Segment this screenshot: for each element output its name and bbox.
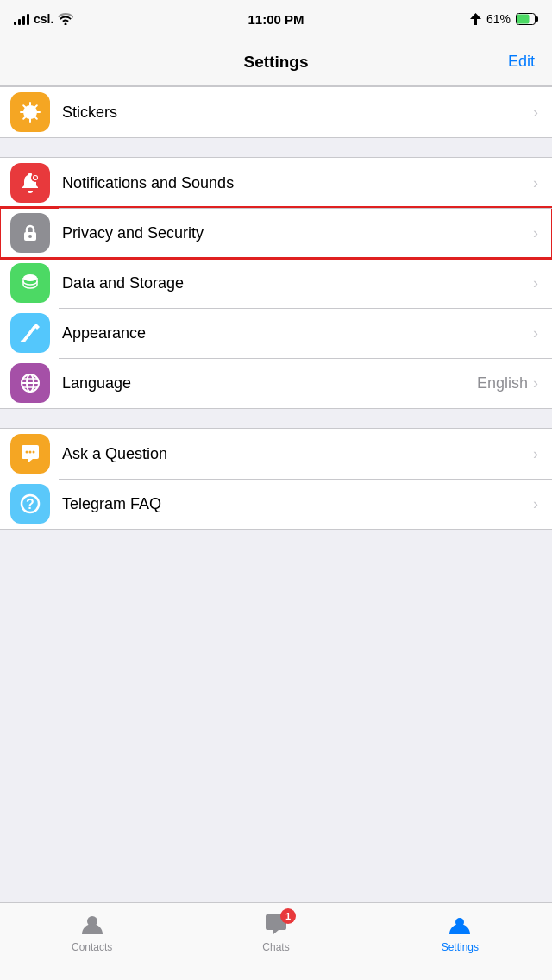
gap-1 <box>0 138 552 157</box>
contacts-tab-icon <box>79 912 105 938</box>
chats-tab-icon: 1 <box>263 912 289 938</box>
appearance-icon <box>10 313 50 353</box>
tab-contacts[interactable]: Contacts <box>0 912 184 953</box>
status-time: 11:00 PM <box>248 12 304 27</box>
section-stickers: Stickers › <box>0 86 552 138</box>
battery-icon <box>516 13 538 25</box>
language-label: Language <box>62 374 477 393</box>
status-left: csl. <box>14 12 73 26</box>
chats-badge: 1 <box>280 908 296 924</box>
wifi-icon <box>58 13 73 25</box>
svg-text:?: ? <box>26 497 34 512</box>
svg-rect-2 <box>518 15 530 24</box>
svg-point-8 <box>28 235 32 238</box>
notifications-label: Notifications and Sounds <box>62 174 533 192</box>
tab-chats[interactable]: 1 Chats <box>184 912 367 953</box>
location-icon <box>470 13 481 25</box>
section-support: Ask a Question › ? Telegram FAQ › <box>0 428 552 530</box>
faq-chevron: › <box>533 495 538 513</box>
list-item-data[interactable]: Data and Storage › <box>0 258 552 308</box>
stickers-icon <box>10 92 50 132</box>
faq-label: Telegram FAQ <box>62 495 533 513</box>
svg-rect-1 <box>536 16 538 22</box>
status-bar: csl. 11:00 PM 61% <box>0 0 552 38</box>
faq-icon: ? <box>10 484 50 524</box>
stickers-chevron: › <box>533 104 538 122</box>
list-item-language[interactable]: Language English › <box>0 358 552 408</box>
svg-point-17 <box>33 451 35 454</box>
data-label: Data and Storage <box>62 274 533 292</box>
list-item-privacy[interactable]: Privacy and Security › <box>0 208 552 258</box>
privacy-chevron: › <box>533 224 538 242</box>
gap-2 <box>0 409 552 428</box>
ask-label: Ask a Question <box>62 445 533 463</box>
tab-settings[interactable]: Settings <box>368 912 552 953</box>
page-title: Settings <box>244 53 309 72</box>
section-main: Notifications and Sounds › Privacy and S… <box>0 157 552 409</box>
settings-tab-icon <box>447 912 473 938</box>
list-group-main: Notifications and Sounds › Privacy and S… <box>0 157 552 409</box>
list-group-support: Ask a Question › ? Telegram FAQ › <box>0 428 552 530</box>
data-icon <box>10 263 50 303</box>
ask-icon <box>10 434 50 474</box>
stickers-label: Stickers <box>62 104 533 122</box>
ask-chevron: › <box>533 445 538 463</box>
contacts-tab-label: Contacts <box>72 941 112 953</box>
nav-bar: Settings Edit <box>0 38 552 86</box>
carrier-label: csl. <box>34 12 53 26</box>
svg-point-15 <box>26 451 28 454</box>
svg-point-9 <box>23 274 37 281</box>
appearance-label: Appearance <box>62 324 533 342</box>
language-icon <box>10 363 50 403</box>
privacy-label: Privacy and Security <box>62 224 533 242</box>
language-chevron: › <box>533 374 538 393</box>
list-item-faq[interactable]: ? Telegram FAQ › <box>0 479 552 529</box>
status-right: 61% <box>470 12 538 26</box>
appearance-chevron: › <box>533 324 538 342</box>
list-group-stickers: Stickers › <box>0 86 552 138</box>
svg-point-6 <box>34 176 37 179</box>
data-chevron: › <box>533 274 538 292</box>
battery-percent: 61% <box>486 12 511 26</box>
list-item-stickers[interactable]: Stickers › <box>0 87 552 137</box>
list-item-notifications[interactable]: Notifications and Sounds › <box>0 158 552 208</box>
language-value: English <box>477 374 528 393</box>
content-area: Stickers › Notifications and Soun <box>0 86 552 530</box>
notifications-chevron: › <box>533 174 538 192</box>
chats-tab-label: Chats <box>262 941 289 953</box>
settings-tab-label: Settings <box>442 941 479 953</box>
notifications-icon <box>10 163 50 203</box>
edit-button[interactable]: Edit <box>508 53 535 71</box>
tab-bar: Contacts 1 Chats Settings <box>0 902 552 980</box>
svg-point-16 <box>29 451 32 454</box>
list-item-appearance[interactable]: Appearance › <box>0 308 552 358</box>
signal-icon <box>14 13 29 25</box>
privacy-icon <box>10 213 50 253</box>
list-item-ask[interactable]: Ask a Question › <box>0 429 552 479</box>
